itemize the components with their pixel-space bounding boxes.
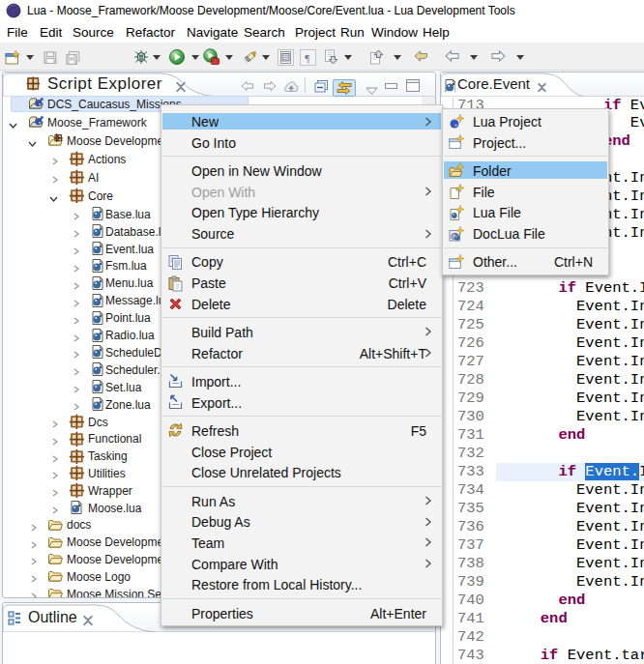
svg-text:¶: ¶: [305, 52, 309, 64]
